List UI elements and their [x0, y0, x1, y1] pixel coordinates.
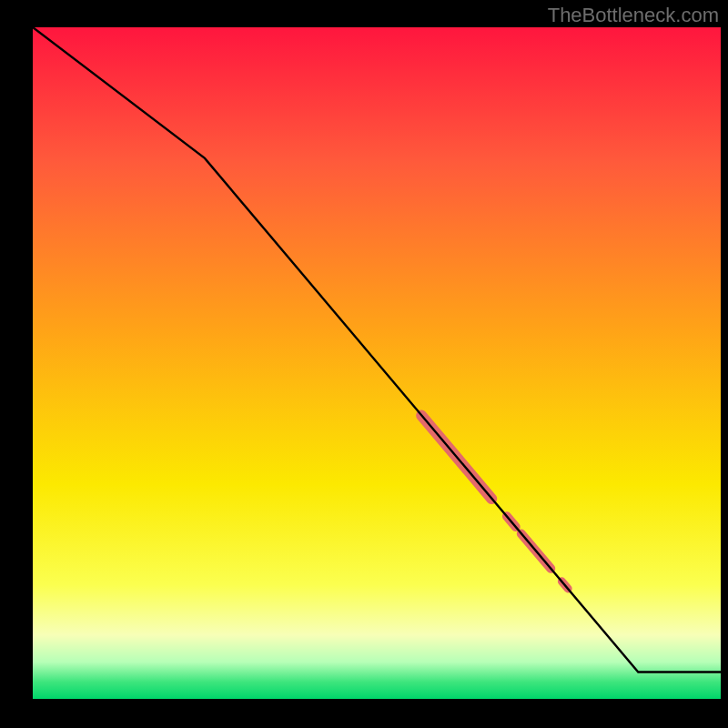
chart-svg	[0, 0, 728, 728]
chart-container: TheBottleneck.com	[0, 0, 728, 728]
watermark-text: TheBottleneck.com	[548, 4, 719, 27]
